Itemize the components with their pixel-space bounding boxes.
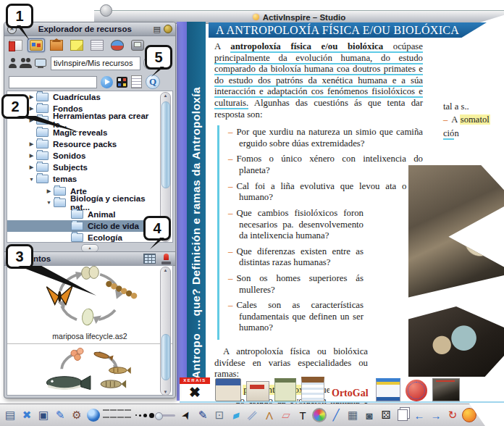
color-swatch[interactable]	[103, 417, 109, 418]
green-book[interactable]	[274, 378, 296, 401]
pen-width-dot[interactable]	[143, 414, 147, 417]
other-location-icon[interactable]	[35, 59, 46, 68]
tree-item[interactable]: ▶Sonidos	[7, 150, 160, 162]
window-thumbnail[interactable]	[376, 378, 400, 401]
elements-scrollbar[interactable]: ▲ ▼	[160, 267, 171, 396]
chevron-right-icon[interactable]: ▶	[45, 188, 53, 194]
scrollbar-thumb[interactable]	[161, 101, 170, 188]
window-widget-button[interactable]	[100, 4, 112, 17]
my-resources-icon[interactable]	[9, 58, 17, 68]
tree-item[interactable]: ▶Resource packs	[7, 138, 160, 150]
red-sphere-logo[interactable]	[406, 380, 427, 401]
online-search-icon[interactable]: Q	[146, 75, 160, 89]
search-input[interactable]	[9, 76, 97, 88]
window-title: ActivInspire – Studio	[253, 13, 345, 22]
dictionary-book[interactable]	[215, 378, 241, 401]
compass-tool[interactable]: Λ	[261, 406, 277, 424]
reset-page[interactable]: ↻	[445, 406, 461, 424]
thumbnail-view-icon[interactable]	[143, 254, 156, 264]
search-go-icon[interactable]	[101, 76, 113, 88]
pin-icon[interactable]	[164, 25, 172, 33]
image-frame-icon: ▣	[38, 409, 49, 422]
color-palette[interactable]	[102, 406, 132, 424]
pen-tool[interactable]: ✎	[195, 406, 211, 424]
next-page[interactable]: →	[428, 406, 444, 424]
chevron-right-icon[interactable]: ▶	[28, 164, 35, 170]
highlighter-tool-icon: ▰	[230, 408, 242, 423]
voting-browser-icon[interactable]	[129, 38, 146, 52]
chevron-down-icon[interactable]: ▼	[28, 177, 35, 182]
main-menu[interactable]: ▤	[2, 406, 18, 424]
scroll-up-icon[interactable]: ▲	[161, 268, 170, 272]
color-swatch[interactable]	[103, 409, 109, 411]
shapes-tool[interactable]: ⊡	[211, 406, 227, 424]
calculator-tool[interactable]: ▦	[345, 406, 361, 424]
duplicate-page[interactable]	[395, 406, 411, 424]
desktop-tools[interactable]: ⚙	[69, 406, 85, 424]
webpage-thumbnail[interactable]	[301, 377, 324, 401]
callout-1: 1	[6, 4, 33, 28]
color-swatch[interactable]	[110, 409, 117, 411]
xerais-logo[interactable]: XERAIS✖	[180, 377, 210, 401]
tree-item[interactable]: Ecología	[7, 232, 160, 243]
object-browser-icon[interactable]	[48, 38, 65, 52]
scroll-down-icon[interactable]: ▼	[161, 390, 170, 394]
scroll-up-icon[interactable]: ▲	[161, 93, 170, 98]
scrollbar-thumb[interactable]	[161, 334, 170, 380]
tree-item[interactable]: ▼temas	[7, 173, 160, 185]
color-swatch[interactable]	[117, 417, 124, 418]
dice-tool[interactable]: ⚄	[378, 406, 394, 424]
ruler-tool[interactable]: ∥	[245, 406, 261, 424]
tree-item[interactable]: ▼Biología y ciencias nat...	[7, 197, 160, 209]
camera-tool[interactable]: ◙	[361, 406, 377, 424]
tree-item[interactable]: ▶Cuadrículas	[7, 91, 160, 103]
color-swatch[interactable]	[125, 417, 131, 418]
shared-resources-icon[interactable]	[20, 58, 32, 68]
pen-width-dot[interactable]	[149, 413, 154, 418]
pen-width-dot[interactable]	[139, 414, 141, 417]
card-box[interactable]	[246, 381, 269, 401]
second-column-fragment: tal a s..–A somatolción	[443, 100, 504, 140]
rubber-stamp-icon[interactable]	[161, 254, 171, 264]
pen-width-dot[interactable]	[135, 414, 137, 416]
dark-photo-thumbnail[interactable]	[432, 378, 460, 401]
list-dash: –	[228, 208, 232, 218]
list-dash: –	[228, 154, 232, 164]
panel-menu-icon[interactable]: ▤	[154, 25, 161, 34]
chevron-down-icon[interactable]: ▼	[45, 200, 53, 205]
web-browser[interactable]	[85, 406, 101, 424]
notes-browser-icon[interactable]	[68, 38, 85, 52]
details-icon[interactable]	[131, 75, 142, 88]
resource-path-field[interactable]: tivInspire/Mis recursos	[51, 57, 140, 70]
resource-item[interactable]	[7, 347, 172, 396]
page-browser-icon[interactable]	[7, 38, 25, 52]
color-swatch[interactable]	[110, 417, 117, 418]
tree-item[interactable]: Ciclo de vida	[7, 220, 160, 232]
previous-page[interactable]: ←	[411, 406, 427, 424]
text-tool-icon: T	[299, 409, 306, 422]
pen-width[interactable]	[133, 406, 177, 424]
ortogal-logo[interactable]: OrtoGal	[329, 385, 371, 401]
chevron-right-icon[interactable]: ▶	[28, 141, 35, 147]
text-tool[interactable]: T	[295, 406, 311, 424]
color-swatch[interactable]	[125, 409, 131, 411]
color-swatch[interactable]	[117, 409, 124, 411]
record[interactable]	[461, 406, 477, 424]
tree-item[interactable]: Magic reveals	[7, 127, 160, 138]
tree-item[interactable]: ▶Subjects	[7, 162, 160, 173]
properties-browser-icon[interactable]	[88, 38, 106, 52]
eraser-tool[interactable]: ▱	[278, 406, 294, 424]
tree-item[interactable]: Animal	[7, 209, 160, 220]
image-frame[interactable]: ▣	[35, 406, 51, 424]
actions-browser-icon[interactable]	[109, 38, 126, 52]
resource-browser-icon[interactable]	[28, 38, 45, 52]
whiteboard-note[interactable]: ✎	[52, 406, 68, 424]
fill-tool[interactable]	[311, 406, 327, 424]
annotate-desktop[interactable]: ✖	[19, 406, 35, 424]
select-tool[interactable]: ➤	[178, 406, 194, 424]
random-resource-icon[interactable]	[117, 77, 127, 88]
highlighter-tool[interactable]: ▰	[228, 406, 244, 424]
resource-item[interactable]: mariposa lifecycle.as2	[7, 266, 172, 341]
connector-tool[interactable]: ╱	[328, 406, 344, 424]
chevron-right-icon[interactable]: ▶	[28, 153, 35, 159]
